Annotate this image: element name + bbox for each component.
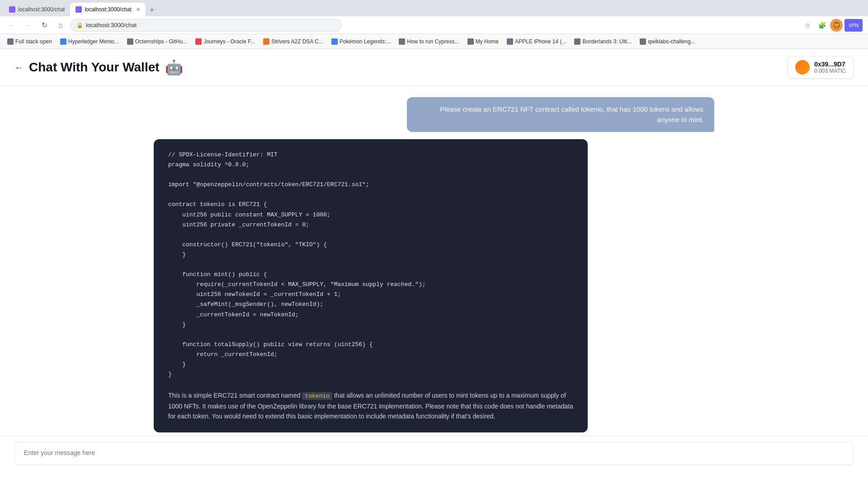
description-before: This is a simple ERC721 smart contract n… <box>168 392 302 399</box>
chat-area: Please create an ERC721 NFT contract cal… <box>0 86 868 436</box>
nav-actions: ☆ 🧩 🦁 VPN <box>801 19 863 32</box>
description-highlight: tokenio <box>302 392 332 400</box>
extensions-button[interactable]: 🧩 <box>816 19 828 32</box>
wallet-address: 0x39...9D7 <box>814 61 846 68</box>
bookmark-favicon <box>60 38 66 45</box>
bookmark-hyperledger[interactable]: Hyperledger Mento... <box>57 37 123 46</box>
bookmark-label: Borderlands 3: Ulti... <box>582 38 632 45</box>
robot-icon: 🤖 <box>165 59 183 76</box>
bookmark-label: My Home <box>476 38 499 45</box>
back-navigation-button[interactable]: ← <box>14 62 24 73</box>
bookmark-label: How to run Cypress... <box>407 38 459 45</box>
bookmark-favicon <box>467 38 474 45</box>
tab-label: localhost:3000/chat <box>18 6 65 13</box>
wallet-badge[interactable]: 0x39...9D7 0.003 MATIC <box>788 56 854 79</box>
tab-favicon <box>9 6 15 13</box>
tab-active[interactable]: localhost:3000/chat ✕ <box>70 3 145 16</box>
tab-favicon-active <box>75 6 82 13</box>
brave-shield[interactable]: 🦁 <box>830 19 843 32</box>
bookmark-label: Octernships - GitHu... <box>135 38 187 45</box>
code-block: // SPDX-License-Identifier: MIT pragma s… <box>168 150 573 380</box>
tab-inactive[interactable]: localhost:3000/chat <box>4 3 70 16</box>
bookmark-cypress[interactable]: How to run Cypress... <box>395 37 462 46</box>
ai-description: This is a simple ERC721 smart contract n… <box>168 390 573 422</box>
bookmark-favicon <box>640 38 646 45</box>
bookmark-journeys[interactable]: Journeys - Oracle F... <box>192 37 259 46</box>
bookmark-favicon <box>263 38 269 45</box>
bookmark-octernships[interactable]: Octernships - GitHu... <box>123 37 191 46</box>
forward-button[interactable]: → <box>22 19 34 32</box>
bookmark-favicon <box>574 38 580 45</box>
bookmark-pokemon[interactable]: Pokémon Legends:... <box>328 37 394 46</box>
nav-bar: ← → ↻ ⌂ 🔒 localhost:3000/chat ☆ 🧩 🦁 VPN <box>0 16 868 34</box>
bookmark-favicon <box>127 38 133 45</box>
address-text: localhost:3000/chat <box>86 22 137 28</box>
app-content: ← Chat With Your Wallet 🤖 0x39...9D7 0.0… <box>0 49 868 472</box>
page-title: Chat With Your Wallet <box>29 60 160 75</box>
bookmark-favicon <box>399 38 405 45</box>
wallet-info: 0x39...9D7 0.003 MATIC <box>814 61 846 74</box>
app-header: ← Chat With Your Wallet 🤖 0x39...9D7 0.0… <box>0 49 868 86</box>
bookmark-label: Pokémon Legends:... <box>340 38 391 45</box>
bookmark-apple[interactable]: APPLE iPhone 14 (... <box>503 37 570 46</box>
bookmark-fullstack[interactable]: Full stack open <box>4 37 56 46</box>
ai-response: // SPDX-License-Identifier: MIT pragma s… <box>154 139 588 432</box>
lock-icon: 🔒 <box>76 22 83 28</box>
bookmark-myhome[interactable]: My Home <box>464 37 502 46</box>
browser-chrome: localhost:3000/chat localhost:3000/chat … <box>0 0 868 49</box>
bookmark-borderlands[interactable]: Borderlands 3: Ulti... <box>571 37 635 46</box>
wallet-balance: 0.003 MATIC <box>814 68 846 74</box>
back-button[interactable]: ← <box>5 19 18 32</box>
bookmark-label: qwiklabs-challeng... <box>648 38 695 45</box>
bookmark-favicon <box>331 38 338 45</box>
address-bar[interactable]: 🔒 localhost:3000/chat <box>71 19 342 32</box>
tab-bar: localhost:3000/chat localhost:3000/chat … <box>0 0 868 16</box>
new-tab-button[interactable]: + <box>146 4 158 16</box>
message-input[interactable] <box>14 441 854 465</box>
home-button[interactable]: ⌂ <box>54 19 67 32</box>
bookmark-favicon <box>195 38 202 45</box>
bookmark-label: APPLE iPhone 14 (... <box>515 38 566 45</box>
bookmark-favicon <box>7 38 14 45</box>
message-input-container <box>0 436 868 472</box>
user-message: Please create an ERC721 NFT contract cal… <box>407 97 714 132</box>
bookmark-strivers[interactable]: Strivers A2Z DSA C... <box>259 37 327 46</box>
tab-close-button[interactable]: ✕ <box>136 7 140 13</box>
vpn-button[interactable]: VPN <box>844 19 863 32</box>
reload-button[interactable]: ↻ <box>38 19 51 32</box>
bookmark-label: Full stack open <box>15 38 52 45</box>
bookmark-label: Journeys - Oracle F... <box>203 38 255 45</box>
bookmark-button[interactable]: ☆ <box>801 19 814 32</box>
avatar <box>795 60 810 75</box>
tab-label-active: localhost:3000/chat <box>85 6 131 13</box>
bookmark-qwiklabs[interactable]: qwiklabs-challeng... <box>636 37 699 46</box>
bookmark-favicon <box>507 38 513 45</box>
bookmark-label: Strivers A2Z DSA C... <box>271 38 323 45</box>
bookmarks-bar: Full stack open Hyperledger Mento... Oct… <box>0 34 868 49</box>
bookmark-label: Hyperledger Mento... <box>68 38 119 45</box>
